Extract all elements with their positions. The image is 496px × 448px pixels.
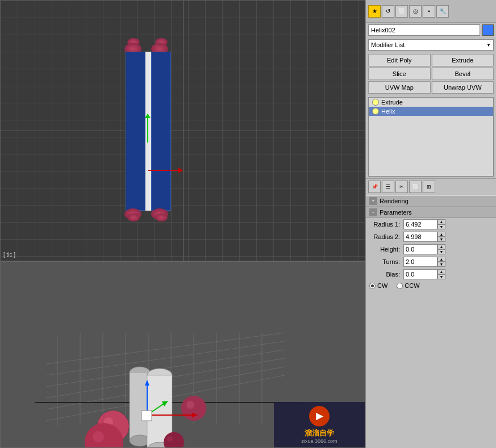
copy-icon[interactable]: ⬜ — [409, 181, 422, 193]
axis-vertical — [183, 1, 184, 261]
stack-item-extrude-label: Extrude — [381, 99, 403, 106]
watermark-logo: ▶ — [309, 406, 330, 426]
param-input-radius1[interactable] — [403, 219, 437, 229]
extrude-button[interactable]: Extrude — [432, 54, 494, 66]
modifier-buttons: Edit Poly Extrude Slice Bevel UVW Map Un… — [366, 52, 496, 95]
uvw-map-button[interactable]: UVW Map — [368, 81, 431, 94]
toolbar-icon-undo[interactable]: ↺ — [382, 5, 394, 18]
cw-ccw-row: CW CCW — [366, 280, 496, 291]
bottom-toolbar: 📌 ☰ ✂ ⬜ ⊞ — [366, 178, 496, 195]
object-color-box[interactable] — [482, 24, 494, 36]
rendering-section-header[interactable]: + Rendering — [366, 195, 496, 207]
param-input-radius2[interactable] — [403, 232, 437, 242]
radio-ccw-button[interactable] — [397, 283, 403, 289]
param-label-radius2: Radius 2: — [369, 233, 403, 240]
modifier-row: Modifier List ▼ — [366, 37, 496, 52]
svg-point-19 — [130, 435, 150, 446]
x-axis-arrow — [148, 170, 182, 171]
unwrap-uvw-button[interactable]: Unwrap UVW — [432, 81, 494, 94]
spin-up-height[interactable]: ▲ — [437, 244, 445, 249]
param-input-wrap-turns: ▲ ▼ — [403, 257, 445, 267]
radio-cw-label: CW — [377, 282, 387, 289]
param-input-wrap-radius2: ▲ ▼ — [403, 232, 445, 242]
grid-icon[interactable]: ⊞ — [423, 181, 435, 193]
spin-up-bias[interactable]: ▲ — [437, 269, 445, 274]
modifier-stack: Extrude Helix — [366, 95, 496, 178]
spin-down-bias[interactable]: ▼ — [437, 274, 445, 279]
edit-poly-button[interactable]: Edit Poly — [368, 54, 431, 66]
pin-icon[interactable]: 📌 — [368, 181, 381, 193]
radio-cw[interactable]: CW — [369, 282, 387, 289]
viewport-bottom[interactable]: ▶ 溜溜自学 zixue.3066.com — [0, 261, 365, 448]
helix-object-top — [120, 29, 177, 233]
param-spinner-height: ▲ ▼ — [437, 244, 445, 254]
viewport-top-label: [ tic ] — [3, 252, 15, 258]
parameters-toggle[interactable]: - — [369, 208, 377, 216]
scissors-icon[interactable]: ✂ — [395, 181, 408, 193]
rendering-toggle[interactable]: + — [369, 197, 377, 205]
param-input-turns[interactable] — [403, 257, 437, 267]
modifier-list-dropdown[interactable]: Modifier List ▼ — [368, 39, 494, 51]
param-input-height[interactable] — [403, 244, 437, 254]
spin-up-radius1[interactable]: ▲ — [437, 219, 445, 224]
object-name-input[interactable] — [368, 24, 480, 36]
sphere-bot-right-small — [155, 213, 168, 221]
toolbar-icon-star[interactable]: ★ — [368, 5, 381, 18]
toolbar-icon-square[interactable]: ▪ — [423, 5, 435, 18]
param-spinner-bias: ▲ ▼ — [437, 269, 445, 279]
watermark-url: zixue.3066.com — [301, 438, 337, 444]
toolbar-icon-box[interactable]: ⬜ — [395, 5, 408, 18]
svg-rect-38 — [141, 411, 152, 421]
slice-button[interactable]: Slice — [368, 68, 431, 80]
y-axis-arrow — [147, 114, 148, 143]
list-icon[interactable]: ☰ — [382, 181, 394, 193]
spin-up-radius2[interactable]: ▲ — [437, 232, 445, 237]
stack-item-helix-label: Helix — [381, 108, 395, 115]
toolbar-icon-wrench[interactable]: 🔧 — [436, 5, 449, 18]
svg-point-26 — [181, 396, 206, 421]
right-panel: ★ ↺ ⬜ ◎ ▪ 🔧 Modifier List ▼ Edit Poly Ex… — [365, 0, 496, 448]
param-row-height: Height: ▲ ▼ — [366, 243, 496, 256]
spin-down-radius2[interactable]: ▼ — [437, 237, 445, 242]
toolbar-icon-circle[interactable]: ◎ — [409, 5, 422, 18]
sphere-bot-left-small — [127, 213, 140, 221]
spin-down-radius1[interactable]: ▼ — [437, 224, 445, 229]
modifier-stack-list[interactable]: Extrude Helix — [368, 97, 494, 177]
helix-blue-left — [126, 52, 145, 211]
watermark-brand: 溜溜自学 — [305, 428, 334, 438]
param-spinner-radius1: ▲ ▼ — [437, 219, 445, 229]
radio-cw-button[interactable] — [369, 283, 376, 289]
param-row-radius1: Radius 1: ▲ ▼ — [366, 218, 496, 231]
param-spinner-turns: ▲ ▼ — [437, 257, 445, 267]
rendering-label: Rendering — [380, 198, 409, 204]
radio-ccw-label: CCW — [405, 282, 419, 289]
param-spinner-radius2: ▲ ▼ — [437, 232, 445, 242]
spin-down-height[interactable]: ▼ — [437, 249, 445, 254]
stack-item-extrude[interactable]: Extrude — [369, 98, 493, 107]
param-input-wrap-height: ▲ ▼ — [403, 244, 445, 254]
scene-3d: ▶ 溜溜自学 zixue.3066.com — [1, 262, 365, 447]
toolbar: ★ ↺ ⬜ ◎ ▪ 🔧 — [366, 0, 496, 23]
helix-blue-right — [151, 52, 171, 211]
bevel-button[interactable]: Bevel — [432, 68, 494, 80]
svg-point-31 — [167, 436, 173, 442]
modifier-bulb-helix — [372, 108, 379, 115]
svg-point-27 — [186, 401, 194, 409]
viewport-top[interactable]: [ tic ] — [0, 0, 365, 261]
param-row-radius2: Radius 2: ▲ ▼ — [366, 231, 496, 243]
parameters-section-header[interactable]: - Parameters — [366, 207, 496, 218]
param-input-wrap-bias: ▲ ▼ — [403, 269, 445, 279]
stack-item-helix[interactable]: Helix — [369, 107, 493, 116]
watermark-play-icon: ▶ — [316, 411, 323, 421]
spin-up-turns[interactable]: ▲ — [437, 257, 445, 262]
param-label-turns: Turns: — [369, 258, 403, 265]
param-label-radius1: Radius 1: — [369, 221, 403, 228]
object-name-row — [366, 23, 496, 37]
spin-down-turns[interactable]: ▼ — [437, 262, 445, 267]
modifier-bulb-extrude — [372, 99, 379, 106]
radio-ccw[interactable]: CCW — [397, 282, 419, 289]
watermark: ▶ 溜溜自学 zixue.3066.com — [274, 402, 365, 447]
svg-point-29 — [93, 431, 104, 442]
param-input-bias[interactable] — [403, 269, 437, 279]
param-label-height: Height: — [369, 246, 403, 253]
